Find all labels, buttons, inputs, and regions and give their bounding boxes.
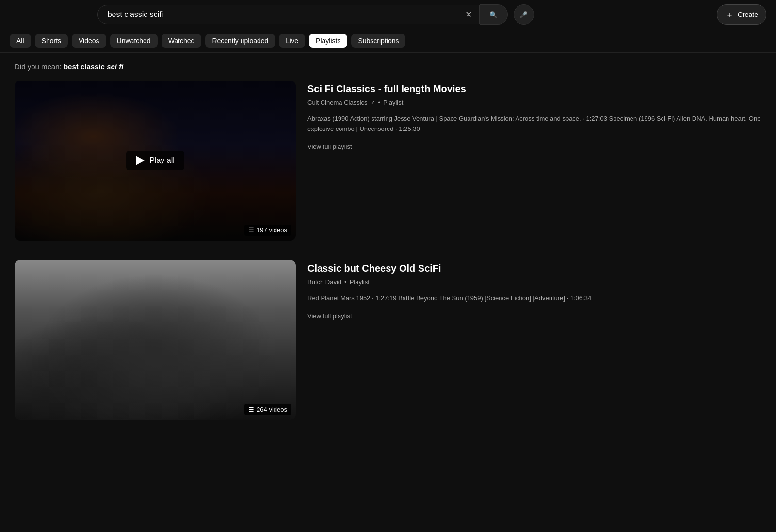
search-button[interactable]: 🔍	[480, 4, 508, 25]
playlist-title-2: Classic but Cheesy Old SciFi	[307, 262, 761, 274]
content-area: Did you mean: best classic sci fi Play a…	[0, 53, 776, 449]
chip-playlists[interactable]: Playlists	[309, 34, 347, 48]
dot-1: •	[378, 99, 381, 106]
playlist-result-1: Play all ☰ 197 videos Sci Fi Classics - …	[15, 81, 761, 241]
clear-icon: ✕	[465, 9, 472, 20]
verified-icon-1: ✓	[371, 99, 375, 106]
view-playlist-link-2[interactable]: View full playlist	[307, 312, 352, 320]
playlist-meta-1: Cult Cinema Classics ✓ • Playlist	[307, 99, 761, 106]
playlist-info-2: Classic but Cheesy Old SciFi Butch David…	[307, 260, 761, 420]
thumbnail-2[interactable]: ☰ 264 videos	[15, 260, 296, 420]
playlist-info-1: Sci Fi Classics - full length Movies Cul…	[307, 81, 761, 241]
clear-button[interactable]: ✕	[458, 5, 479, 24]
playlist-type-2: Playlist	[350, 278, 370, 286]
chip-shorts[interactable]: Shorts	[35, 34, 68, 48]
header: ✕ 🔍 🎤 ＋ Create	[0, 0, 776, 29]
view-playlist-link-1[interactable]: View full playlist	[307, 143, 352, 150]
channel-name-1: Cult Cinema Classics	[307, 99, 368, 106]
mic-button[interactable]: 🎤	[514, 4, 534, 25]
chip-live[interactable]: Live	[279, 34, 305, 48]
filter-bar: AllShortsVideosUnwatchedWatchedRecently …	[0, 29, 776, 53]
did-you-mean-prefix: Did you mean:	[15, 63, 64, 71]
video-count-2: 264 videos	[257, 406, 287, 413]
thumbnail-1[interactable]: Play all ☰ 197 videos	[15, 81, 296, 241]
mic-icon: 🎤	[519, 11, 528, 18]
search-bar-wrapper: ✕ 🔍 🎤	[97, 4, 534, 25]
chip-unwatched[interactable]: Unwatched	[110, 34, 158, 48]
search-input[interactable]	[98, 5, 458, 24]
create-label: Create	[738, 11, 758, 18]
playlist-type-1: Playlist	[383, 99, 403, 106]
playlist-icon-2: ☰	[248, 406, 254, 413]
did-you-mean-bold2: classic	[81, 63, 107, 71]
playlist-title-1: Sci Fi Classics - full length Movies	[307, 82, 761, 95]
plus-icon: ＋	[725, 9, 734, 20]
playlist-description-2: Red Planet Mars 1952 · 1:27:19 Battle Be…	[307, 293, 761, 304]
chip-videos[interactable]: Videos	[72, 34, 106, 48]
video-count-1: 197 videos	[257, 226, 287, 234]
video-count-badge-2: ☰ 264 videos	[244, 404, 291, 415]
search-icon: 🔍	[489, 11, 498, 18]
chip-recently-uploaded[interactable]: Recently uploaded	[205, 34, 275, 48]
playlist-description-1: Abraxas (1990 Action) starring Jesse Ven…	[307, 114, 761, 134]
search-input-container: ✕	[97, 5, 480, 24]
playlist-result-2: ☰ 264 videos Classic but Cheesy Old SciF…	[15, 260, 761, 420]
chip-watched[interactable]: Watched	[162, 34, 202, 48]
play-icon-1	[136, 156, 145, 165]
channel-name-2: Butch David	[307, 278, 341, 286]
did-you-mean: Did you mean: best classic sci fi	[15, 63, 761, 71]
playlist-meta-2: Butch David • Playlist	[307, 278, 761, 286]
chip-subscriptions[interactable]: Subscriptions	[351, 34, 405, 48]
video-count-badge-1: ☰ 197 videos	[244, 225, 291, 236]
play-all-button-1[interactable]: Play all	[126, 151, 184, 170]
chip-all[interactable]: All	[10, 34, 31, 48]
did-you-mean-bold1: best	[64, 63, 81, 71]
create-button[interactable]: ＋ Create	[717, 4, 766, 25]
play-all-overlay-1: Play all	[15, 81, 296, 241]
dot-2: •	[344, 278, 347, 286]
play-all-label-1: Play all	[149, 156, 175, 165]
playlist-icon-1: ☰	[248, 226, 254, 234]
did-you-mean-italic: sci fi	[107, 63, 123, 71]
